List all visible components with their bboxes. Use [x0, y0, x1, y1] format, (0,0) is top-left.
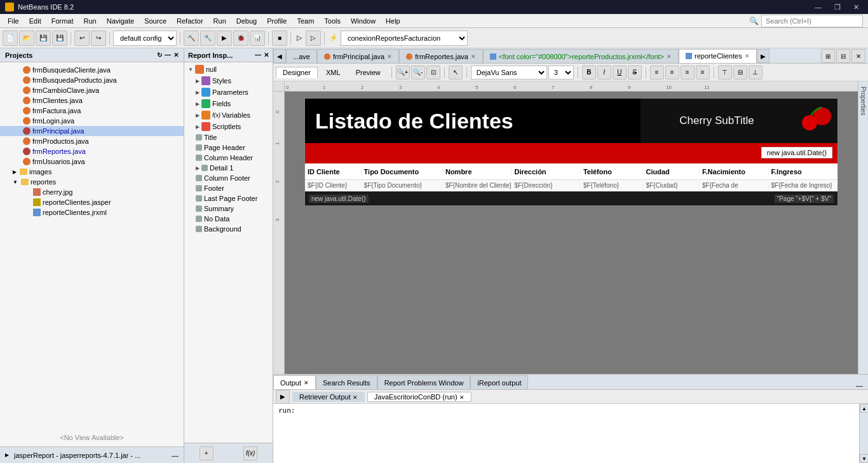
- sync-icon[interactable]: ↻: [157, 52, 162, 59]
- canvas-container[interactable]: 0 1 2 3 4 5 6 7 8 9 10 11: [273, 81, 868, 374]
- tabs-right-nav[interactable]: ▶: [757, 49, 770, 63]
- scroll-down-btn[interactable]: ▼: [860, 454, 868, 463]
- menu-refactor[interactable]: Refactor: [172, 16, 208, 26]
- inspector-close-icon[interactable]: ✕: [264, 52, 269, 59]
- jasper-expand-icon[interactable]: ▶: [5, 452, 9, 458]
- run-button[interactable]: ▶: [217, 31, 232, 46]
- tree-item-frmusuarios[interactable]: frmUsuarios.java: [0, 156, 184, 167]
- subtab-xml[interactable]: XML: [319, 67, 348, 78]
- build-button[interactable]: 🔨: [184, 31, 199, 46]
- btab-search-results[interactable]: Search Results: [316, 375, 377, 389]
- tree-item-frmprincipal[interactable]: frmPrincipal.java: [0, 126, 184, 136]
- tree-item-frmlogin[interactable]: frmLogin.java: [0, 116, 184, 126]
- tab-close-icon[interactable]: ✕: [387, 53, 392, 60]
- menu-debug[interactable]: Debug: [231, 16, 262, 26]
- tree-item-frmcambioclave[interactable]: frmCambioClave.java: [0, 85, 184, 95]
- zoom-out-btn[interactable]: 🔍-: [411, 66, 425, 79]
- save-all-button[interactable]: 💾: [52, 31, 67, 46]
- tree-item-frmproductos[interactable]: frmProductos.java: [0, 136, 184, 146]
- bsubtab-close-icon[interactable]: ✕: [353, 394, 358, 401]
- profile-button[interactable]: 📊: [250, 31, 265, 46]
- redo-button[interactable]: ↪: [91, 31, 106, 46]
- debug-button[interactable]: 🐞: [233, 31, 248, 46]
- zoom-in-btn[interactable]: 🔍+: [396, 66, 410, 79]
- fit-btn[interactable]: ⊡: [426, 66, 440, 79]
- bsubtab-retriever[interactable]: Retriever Output ✕: [292, 392, 365, 402]
- insp-item-title[interactable]: Title: [184, 132, 273, 142]
- insp-item-styles[interactable]: ▶ Styles: [184, 75, 273, 86]
- italic-btn[interactable]: I: [597, 66, 611, 79]
- tab-close-icon[interactable]: ✕: [471, 53, 476, 60]
- menu-help[interactable]: Help: [381, 16, 405, 26]
- insp-item-column-header[interactable]: Column Header: [184, 153, 273, 163]
- canvas-scroll[interactable]: Listado de Clientes Cherry SubTitle: [285, 92, 858, 374]
- clean-build-button[interactable]: 🔧: [200, 31, 215, 46]
- insp-item-summary[interactable]: Summary: [184, 204, 273, 214]
- minimize-panel-icon[interactable]: —: [165, 52, 171, 59]
- insp-item-fields[interactable]: ▶ Fields: [184, 98, 273, 109]
- font-size-dropdown[interactable]: 3: [548, 66, 574, 79]
- tab-ave[interactable]: ...ave: [286, 49, 317, 63]
- align-right-btn[interactable]: ≡: [681, 66, 695, 79]
- minimize-jasper-icon[interactable]: —: [172, 452, 179, 459]
- insp-item-no-data[interactable]: No Data: [184, 214, 273, 224]
- bottom-minimize-icon[interactable]: —: [853, 382, 865, 389]
- menu-profile[interactable]: Profile: [262, 16, 292, 26]
- btab-close-icon[interactable]: ✕: [304, 380, 309, 386]
- new-project-button[interactable]: 📄: [3, 31, 18, 46]
- underline-btn[interactable]: U: [613, 66, 627, 79]
- insp-item-parameters[interactable]: ▶ Parameters: [184, 86, 273, 98]
- tab-close-icon[interactable]: ✕: [745, 53, 750, 59]
- insp-item-detail1[interactable]: ▶ Detail 1: [184, 163, 273, 173]
- align-center-btn[interactable]: ≡: [665, 66, 679, 79]
- menu-run[interactable]: Run: [79, 16, 102, 26]
- scroll-up-btn[interactable]: ▲: [860, 404, 868, 413]
- insp-item-column-footer[interactable]: Column Footer: [184, 173, 273, 183]
- insp-item-last-page-footer[interactable]: Last Page Footer: [184, 193, 273, 204]
- stop-button[interactable]: ■: [272, 31, 287, 46]
- tree-item-frmclientes[interactable]: frmClientes.java: [0, 95, 184, 106]
- top-align-btn[interactable]: ⊤: [718, 66, 732, 79]
- tabs-left-nav[interactable]: ◀: [273, 49, 286, 63]
- cursor-btn[interactable]: ↖: [449, 66, 463, 79]
- config-dropdown[interactable]: default config: [113, 31, 177, 46]
- insp-item-page-footer[interactable]: Footer: [184, 183, 273, 193]
- insp-item-page-header[interactable]: Page Header: [184, 142, 273, 153]
- save-button[interactable]: 💾: [36, 31, 51, 46]
- align-left-btn[interactable]: ≡: [650, 66, 664, 79]
- tree-item-reporteclientes-jrxml[interactable]: reporteClientes.jrxml: [0, 207, 184, 218]
- menu-format[interactable]: Format: [46, 16, 79, 26]
- add-element-button[interactable]: +: [200, 446, 214, 460]
- menu-tools[interactable]: Tools: [319, 16, 346, 26]
- btab-report-problems[interactable]: Report Problems Window: [377, 375, 471, 389]
- bsubtab-run[interactable]: JavaEscritorioConBD (run) ✕: [367, 392, 471, 402]
- search-input[interactable]: [761, 15, 863, 27]
- menu-window[interactable]: Window: [346, 16, 381, 26]
- connection-dropdown[interactable]: conexionReportesFacturacion: [341, 31, 468, 46]
- btab-output[interactable]: Output ✕: [273, 375, 316, 389]
- menu-navigate[interactable]: Navigate: [102, 16, 139, 26]
- tree-item-frmbusquedacliente[interactable]: frmBusquedaCliente.java: [0, 65, 184, 75]
- close-panel-icon[interactable]: ✕: [173, 52, 179, 59]
- menu-edit[interactable]: Edit: [24, 16, 46, 26]
- align-justify-btn[interactable]: ≡: [696, 66, 710, 79]
- tree-item-frmbusquedaproducto[interactable]: frmBusquedaProducto.java: [0, 75, 184, 85]
- strikethrough-btn[interactable]: S: [628, 66, 642, 79]
- tab-close-icon[interactable]: ✕: [667, 53, 672, 60]
- close-button[interactable]: ✕: [850, 3, 863, 11]
- insp-item-variables[interactable]: ▶ f(x) Variables: [184, 109, 273, 121]
- close-editor-button[interactable]: ✕: [851, 49, 865, 63]
- menu-team[interactable]: Team: [292, 16, 319, 26]
- insp-item-background[interactable]: Background: [184, 224, 273, 234]
- btab-ireport[interactable]: iReport output: [470, 375, 528, 389]
- font-dropdown[interactable]: DejaVu Sans: [471, 66, 547, 79]
- menu-file[interactable]: File: [3, 16, 24, 26]
- open-button[interactable]: 📂: [19, 31, 34, 46]
- tree-item-frmfactura[interactable]: frmFactura.java: [0, 106, 184, 116]
- tree-item-reportes[interactable]: ▼ reportes: [0, 177, 184, 187]
- tab-frmprincipal[interactable]: frmPrincipal.java ✕: [317, 49, 399, 63]
- insp-item-null[interactable]: ▼ null: [184, 64, 273, 75]
- menu-run2[interactable]: Run: [208, 16, 231, 26]
- tab-reporteclientes[interactable]: reporteClientes ✕: [679, 49, 757, 63]
- tree-item-reporteclientes-jasper[interactable]: reporteClientes.jasper: [0, 197, 184, 207]
